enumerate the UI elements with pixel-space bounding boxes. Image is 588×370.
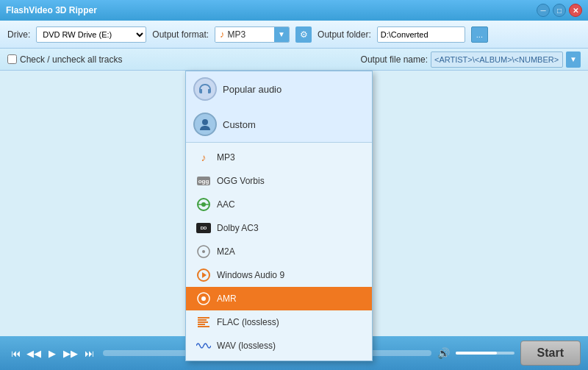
format-item-m2a[interactable]: M2A <box>186 240 372 263</box>
amr-icon <box>196 291 211 306</box>
start-button[interactable]: Start <box>520 341 581 366</box>
aac-label: AAC <box>217 199 235 210</box>
toolbar-row2: Check / uncheck all tracks Output file n… <box>0 49 588 71</box>
headphones-icon <box>193 77 217 101</box>
ogg-label: OGG Vorbis <box>217 176 265 186</box>
check-all-label[interactable]: Check / uncheck all tracks <box>7 54 122 65</box>
svg-point-5 <box>202 250 205 253</box>
format-label: Output format: <box>152 29 209 40</box>
drive-select[interactable]: DVD RW Drive (E:) <box>36 26 146 43</box>
wav-icon <box>196 338 211 353</box>
wma-icon <box>196 268 211 282</box>
format-value-display: ♪ MP3 <box>215 26 274 43</box>
chevron-down-icon: ▼ <box>570 55 577 63</box>
dolby-label: Dolby AC3 <box>217 223 259 233</box>
next-track-button[interactable]: ⏭ <box>81 345 97 361</box>
m2a-icon <box>196 244 211 259</box>
format-item-flac[interactable]: FLAC (lossless) <box>186 310 372 334</box>
chevron-down-icon: ▼ <box>278 30 285 38</box>
toolbar-row1: Drive: DVD RW Drive (E:) Output format: … <box>0 21 588 49</box>
dolby-icon: DD <box>196 221 211 235</box>
output-folder-label: Output folder: <box>318 29 371 40</box>
music-note-icon: ♪ <box>220 29 225 40</box>
svg-point-0 <box>202 119 208 125</box>
popular-audio-label: Popular audio <box>223 84 282 95</box>
format-items-list: ♪ MP3 ogg OGG Vorbis <box>186 143 372 360</box>
check-all-checkbox[interactable] <box>7 54 17 64</box>
prev-track-button[interactable]: ⏮ <box>7 345 24 361</box>
format-text: MP3 <box>228 29 246 40</box>
format-item-aac[interactable]: AAC <box>186 193 372 216</box>
content-area: Popular audio Custom ♪ MP3 <box>0 71 588 336</box>
title-bar: FlashVideo 3D Ripper ─ □ ✕ <box>0 0 588 21</box>
svg-marker-7 <box>202 272 207 278</box>
format-selector[interactable]: ♪ MP3 ▼ <box>215 26 290 43</box>
transport-controls: ⏮ ◀◀ ▶ ▶▶ ⏭ <box>7 345 97 361</box>
volume-slider[interactable] <box>456 352 514 355</box>
category-custom[interactable]: Custom <box>186 107 372 142</box>
minimize-button[interactable]: ─ <box>537 4 550 17</box>
window-controls: ─ □ ✕ <box>537 4 582 17</box>
user-icon <box>193 113 217 136</box>
amr-label: AMR <box>217 293 237 304</box>
ogg-icon: ogg <box>196 174 211 188</box>
wav-label: WAV (lossless) <box>217 341 276 351</box>
format-item-wav[interactable]: WAV (lossless) <box>186 334 372 357</box>
output-folder-input[interactable] <box>377 26 465 43</box>
volume-icon: 🔊 <box>437 347 450 359</box>
gear-icon: ⚙ <box>300 29 308 40</box>
aac-icon <box>196 197 211 212</box>
format-dropdown-menu: Popular audio Custom ♪ MP3 <box>185 71 373 361</box>
filename-dropdown-arrow[interactable]: ▼ <box>566 51 581 68</box>
format-item-mp3[interactable]: ♪ MP3 <box>186 146 372 169</box>
format-item-wma[interactable]: Windows Audio 9 <box>186 263 372 287</box>
check-all-text: Check / uncheck all tracks <box>20 54 122 65</box>
app-title: FlashVideo 3D Ripper <box>6 5 97 15</box>
maximize-button[interactable]: □ <box>553 4 566 17</box>
mp3-label: MP3 <box>217 152 235 163</box>
close-button[interactable]: ✕ <box>569 4 582 17</box>
output-filename-label: Output file name: <box>361 54 428 65</box>
format-item-amr[interactable]: AMR <box>186 287 372 310</box>
format-item-ogg[interactable]: ogg OGG Vorbis <box>186 169 372 193</box>
format-item-dolby[interactable]: DD Dolby AC3 <box>186 216 372 240</box>
format-dropdown-arrow[interactable]: ▼ <box>274 26 289 43</box>
mp3-icon: ♪ <box>196 150 211 165</box>
play-button[interactable]: ▶ <box>44 345 60 361</box>
browse-button[interactable]: ... <box>471 26 488 43</box>
format-settings-button[interactable]: ⚙ <box>295 26 312 43</box>
category-popular-audio[interactable]: Popular audio <box>186 71 372 107</box>
flac-icon <box>196 315 211 330</box>
rewind-button[interactable]: ◀◀ <box>26 345 42 361</box>
flac-label: FLAC (lossless) <box>217 317 279 327</box>
custom-label: Custom <box>223 119 256 130</box>
volume-fill <box>456 352 497 355</box>
drive-label: Drive: <box>7 29 30 40</box>
svg-point-9 <box>201 296 206 301</box>
wma-label: Windows Audio 9 <box>217 270 284 280</box>
m2a-label: M2A <box>217 246 235 257</box>
forward-button[interactable]: ▶▶ <box>62 345 79 361</box>
output-filename-input[interactable] <box>431 51 563 68</box>
output-filename-area: Output file name: ▼ <box>361 51 581 68</box>
